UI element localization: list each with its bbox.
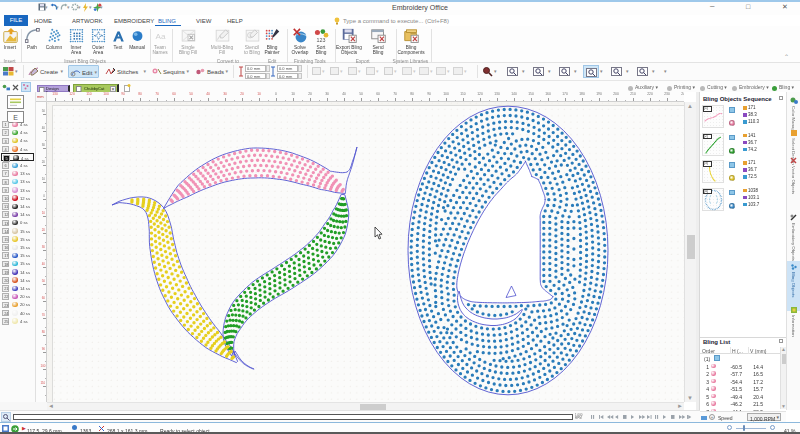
svg-text:123: 123 xyxy=(316,37,325,43)
svg-text:Aa: Aa xyxy=(155,32,165,41)
svg-text:A: A xyxy=(113,29,122,44)
